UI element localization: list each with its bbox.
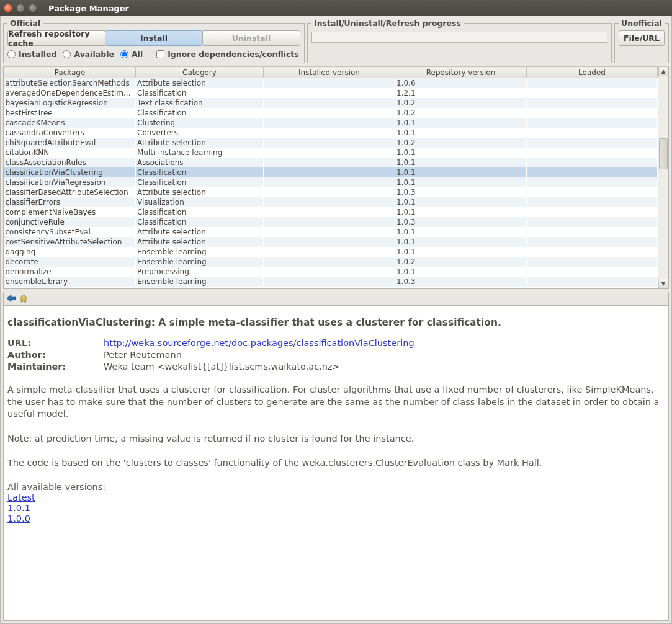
- cell-category: Text classification: [136, 98, 264, 108]
- cell-installed: [264, 187, 395, 197]
- table-row[interactable]: classifierErrorsVisualization1.0.1: [4, 197, 658, 207]
- radio-all-input[interactable]: [120, 50, 128, 58]
- detail-url-row: URL: http://weka.sourceforge.net/doc.pac…: [7, 338, 665, 348]
- detail-maintainer-label: Maintainer:: [7, 362, 104, 372]
- table-row[interactable]: classAssociationRulesAssociations1.0.1: [4, 158, 658, 167]
- radio-available-label: Available: [74, 50, 114, 59]
- file-url-button[interactable]: File/URL: [619, 30, 665, 46]
- cell-installed: [264, 227, 395, 237]
- cell-category: Associations: [136, 158, 264, 167]
- radio-installed[interactable]: Installed: [7, 50, 56, 59]
- refresh-button[interactable]: Refresh repository cache: [7, 30, 105, 46]
- cell-package: ensembleLibrary: [4, 277, 136, 287]
- scroll-up-icon[interactable]: ▲: [658, 66, 668, 76]
- scroll-down-icon[interactable]: ▼: [658, 279, 668, 288]
- radio-all[interactable]: All: [120, 50, 143, 59]
- cell-repo: 1.0.1: [395, 287, 527, 289]
- cell-category: Preprocessing: [136, 267, 264, 277]
- cell-loaded: [527, 118, 658, 128]
- cell-loaded: [527, 227, 658, 237]
- radio-available-input[interactable]: [63, 50, 71, 58]
- cell-loaded: [527, 138, 658, 148]
- install-button[interactable]: Install: [105, 30, 203, 46]
- cell-category: Attribute selection: [136, 227, 264, 237]
- version-link[interactable]: 1.0.0: [7, 514, 665, 524]
- cell-installed: [264, 207, 395, 217]
- cell-package: cascadeKMeans: [4, 118, 136, 128]
- cell-loaded: [527, 247, 658, 257]
- cell-repo: 1.0.3: [395, 187, 527, 197]
- table-row[interactable]: attributeSelectionSearchMethodsAttribute…: [4, 78, 658, 88]
- col-package[interactable]: Package: [4, 67, 136, 78]
- progress-bar: [311, 32, 607, 43]
- table-row[interactable]: classifierBasedAttributeSelectionAttribu…: [4, 187, 658, 197]
- ignore-deps-checkbox[interactable]: Ignore dependencies/conflicts: [156, 50, 299, 59]
- table-row[interactable]: complementNaiveBayesClassification1.0.1: [4, 207, 658, 217]
- cell-loaded: [527, 187, 658, 197]
- cell-installed: [264, 257, 395, 267]
- home-icon[interactable]: [19, 293, 29, 303]
- table-row[interactable]: conjunctiveRuleClassification1.0.3: [4, 217, 658, 227]
- table-row[interactable]: cascadeKMeansClustering1.0.1: [4, 118, 658, 128]
- radio-available[interactable]: Available: [63, 50, 114, 59]
- detail-pane[interactable]: classificationViaClustering: A simple me…: [3, 305, 669, 621]
- table-row[interactable]: bestFirstTreeClassification1.0.2: [4, 108, 658, 118]
- window-titlebar: Package Manager: [0, 0, 672, 16]
- cell-package: classificationViaRegression: [4, 177, 136, 187]
- table-row[interactable]: daggingEnsemble learning1.0.1: [4, 247, 658, 257]
- package-table-scroll[interactable]: Package Category Installed version Repos…: [4, 66, 658, 288]
- scroll-track[interactable]: [658, 76, 668, 279]
- cell-category: Classification: [136, 108, 264, 118]
- window-buttons: [4, 4, 37, 12]
- table-row[interactable]: classificationViaClusteringClassificatio…: [4, 167, 658, 177]
- version-link[interactable]: Latest: [7, 493, 665, 502]
- table-row[interactable]: decorateEnsemble learning1.0.2: [4, 257, 658, 267]
- radio-installed-input[interactable]: [7, 50, 16, 58]
- minimize-icon[interactable]: [16, 4, 25, 12]
- cell-loaded: [527, 197, 658, 207]
- col-repo[interactable]: Repository version: [395, 67, 527, 78]
- table-row[interactable]: chiSquaredAttributeEvalAttribute selecti…: [4, 138, 658, 148]
- detail-nav: [3, 292, 669, 305]
- cell-installed: [264, 108, 395, 118]
- col-installed[interactable]: Installed version: [264, 67, 395, 78]
- table-row[interactable]: ensemblesOfNestedDichotomiesEnsemble lea…: [4, 287, 658, 289]
- table-row[interactable]: cassandraConvertersConverters1.0.1: [4, 128, 658, 138]
- cell-package: bayesianLogisticRegression: [4, 98, 136, 108]
- table-row[interactable]: bayesianLogisticRegressionText classific…: [4, 98, 658, 108]
- detail-author-label: Author:: [7, 350, 104, 360]
- close-icon[interactable]: [4, 4, 12, 12]
- cell-repo: 1.0.2: [395, 138, 527, 148]
- scroll-thumb[interactable]: [659, 138, 668, 169]
- cell-repo: 1.0.1: [395, 247, 527, 257]
- official-legend: Official: [7, 19, 43, 28]
- cell-category: Classification: [136, 217, 264, 227]
- col-loaded[interactable]: Loaded: [527, 67, 658, 78]
- cell-repo: 1.0.2: [395, 257, 527, 267]
- table-row[interactable]: averagedOneDependenceEstim...Classificat…: [4, 88, 658, 98]
- ignore-deps-input[interactable]: [156, 50, 164, 58]
- table-vertical-scrollbar[interactable]: ▲ ▼: [658, 66, 668, 288]
- detail-url-link[interactable]: http://weka.sourceforge.net/doc.packages…: [104, 338, 414, 348]
- col-category[interactable]: Category: [136, 67, 264, 78]
- table-row[interactable]: classificationViaRegressionClassificatio…: [4, 177, 658, 187]
- cell-repo: 1.0.1: [395, 237, 527, 247]
- version-link[interactable]: 1.0.1: [7, 503, 665, 513]
- cell-repo: 1.0.3: [395, 277, 527, 287]
- table-row[interactable]: denormalizePreprocessing1.0.1: [4, 267, 658, 277]
- cell-category: Attribute selection: [136, 78, 264, 88]
- table-row[interactable]: costSensitiveAttributeSelectionAttribute…: [4, 237, 658, 247]
- cell-installed: [264, 177, 395, 187]
- back-icon[interactable]: [6, 293, 16, 303]
- table-row[interactable]: ensembleLibraryEnsemble learning1.0.3: [4, 277, 658, 287]
- cell-package: classifierBasedAttributeSelection: [4, 187, 136, 197]
- cell-category: Multi-instance learning: [136, 148, 264, 158]
- cell-package: complementNaiveBayes: [4, 207, 136, 217]
- cell-installed: [264, 158, 395, 167]
- uninstall-button[interactable]: Uninstall: [202, 30, 300, 46]
- table-row[interactable]: consistencySubsetEvalAttribute selection…: [4, 227, 658, 237]
- cell-package: classifierErrors: [4, 197, 136, 207]
- cell-loaded: [527, 158, 658, 167]
- maximize-icon[interactable]: [29, 4, 37, 12]
- table-row[interactable]: citationKNNMulti-instance learning1.0.1: [4, 148, 658, 158]
